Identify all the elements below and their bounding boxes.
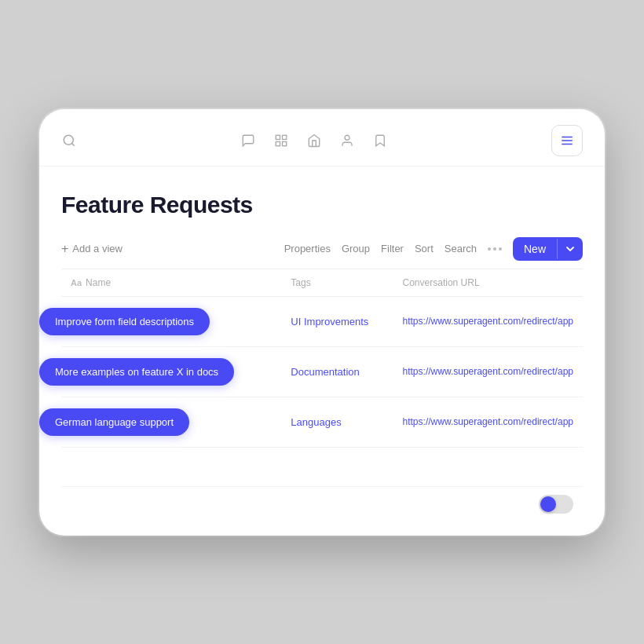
svg-point-0 — [64, 135, 73, 145]
svg-rect-2 — [276, 135, 280, 139]
plus-icon: + — [61, 242, 68, 256]
search-icon[interactable] — [61, 133, 77, 148]
name-cell: Improve form field descriptions — [61, 296, 281, 346]
col-name-label: Name — [86, 277, 111, 288]
toolbar-actions: Properties Group Filter Sort Search New — [284, 237, 583, 261]
app-window: Feature Requests + Add a view Properties… — [39, 109, 605, 536]
col-header-tags: Tags — [281, 269, 393, 297]
search-button[interactable]: Search — [445, 243, 477, 254]
main-content: Feature Requests + Add a view Properties… — [39, 166, 605, 536]
filter-button[interactable]: Filter — [381, 243, 404, 254]
new-button-label: New — [513, 237, 557, 261]
page-title: Feature Requests — [61, 192, 583, 218]
properties-button[interactable]: Properties — [284, 243, 331, 254]
tag-cell[interactable]: Languages — [281, 397, 393, 447]
table-header: Aa Name Tags Conversation URL — [61, 269, 583, 297]
sort-button[interactable]: Sort — [415, 243, 434, 254]
add-view-button[interactable]: + Add a view — [61, 242, 123, 256]
dot — [488, 247, 491, 251]
table-row: More examples on feature X in docs Docum… — [61, 346, 583, 397]
toggle-thumb — [540, 496, 556, 512]
table-row: German language support Languages https:… — [61, 397, 583, 447]
empty-cell — [393, 447, 583, 486]
feature-requests-table: Aa Name Tags Conversation URL Improve fo… — [61, 269, 583, 487]
url-cell[interactable]: https://www.superagent.com/redirect/app — [393, 397, 583, 447]
add-view-label: Add a view — [72, 243, 123, 254]
table-row: Improve form field descriptions UI Impro… — [61, 296, 583, 346]
col-header-url: Conversation URL — [393, 269, 583, 297]
toggle-switch[interactable] — [539, 495, 573, 514]
col-header-name: Aa Name — [61, 269, 281, 297]
empty-row — [61, 447, 583, 486]
new-button-caret[interactable] — [557, 239, 583, 259]
empty-cell — [61, 447, 281, 486]
new-button[interactable]: New — [513, 237, 583, 261]
table-body: Improve form field descriptions UI Impro… — [61, 296, 583, 486]
group-button[interactable]: Group — [342, 243, 370, 254]
url-cell[interactable]: https://www.superagent.com/redirect/app — [393, 346, 583, 397]
feature-name-pill[interactable]: Improve form field descriptions — [39, 308, 210, 335]
grid-icon[interactable] — [273, 133, 289, 148]
feature-name-pill[interactable]: More examples on feature X in docs — [39, 358, 234, 386]
svg-rect-4 — [276, 141, 280, 145]
home-icon[interactable] — [306, 133, 322, 148]
tag-cell[interactable]: UI Improvements — [281, 296, 393, 346]
tag-cell[interactable]: Documentation — [281, 346, 393, 397]
url-cell[interactable]: https://www.superagent.com/redirect/app — [393, 296, 583, 346]
dot — [493, 247, 496, 251]
svg-point-6 — [345, 135, 349, 140]
name-cell: More examples on feature X in docs — [61, 346, 281, 397]
empty-cell — [281, 447, 393, 486]
dot — [499, 247, 502, 251]
more-options-button[interactable] — [488, 247, 502, 251]
svg-rect-3 — [283, 135, 287, 139]
aa-prefix: Aa — [71, 278, 82, 287]
name-cell: German language support — [61, 397, 281, 447]
toggle-row — [61, 487, 583, 517]
menu-button[interactable] — [551, 125, 583, 156]
top-nav — [39, 109, 605, 166]
chat-icon[interactable] — [240, 133, 256, 148]
svg-line-1 — [71, 143, 74, 145]
bookmark-icon[interactable] — [372, 133, 388, 148]
feature-name-pill[interactable]: German language support — [39, 408, 189, 436]
toolbar: + Add a view Properties Group Filter Sor… — [61, 237, 583, 269]
user-icon[interactable] — [339, 133, 355, 148]
svg-rect-5 — [283, 141, 287, 145]
